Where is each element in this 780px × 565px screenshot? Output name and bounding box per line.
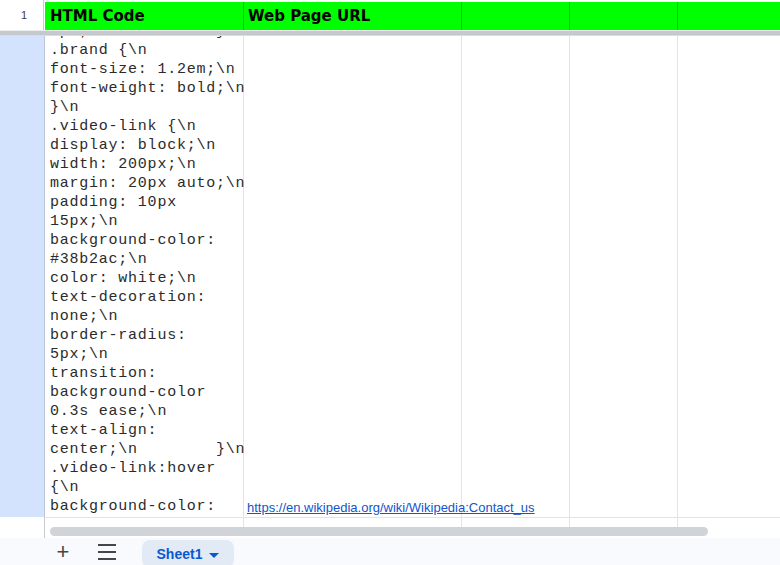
all-sheets-button[interactable]	[94, 540, 120, 564]
code-line: background-color:	[50, 497, 250, 516]
code-line: background-color	[50, 383, 250, 402]
row-header-2-selected[interactable]	[0, 36, 45, 517]
code-line: .brand {\n	[50, 41, 250, 60]
chevron-down-icon[interactable]	[209, 553, 219, 558]
code-line: font-size: 1.2em;\n	[50, 60, 250, 79]
code-line: none;\n	[50, 307, 250, 326]
wikipedia-contact-link[interactable]: https://en.wikipedia.org/wiki/Wikipedia:…	[247, 499, 535, 516]
code-line: transition:	[50, 364, 250, 383]
code-line: border-radius:	[50, 326, 250, 345]
code-line: font-weight: bold;\n	[50, 79, 250, 98]
sheet-tab-sheet1[interactable]: Sheet1	[142, 540, 234, 565]
code-text-block: 5px;\n }\n.brand {\nfont-size: 1.2em;\nf…	[50, 36, 250, 516]
row-header-1[interactable]: 1	[0, 0, 44, 30]
code-line: center;\n }\n	[50, 440, 250, 459]
add-sheet-button[interactable]: +	[50, 540, 76, 564]
header-cell-empty[interactable]	[569, 2, 677, 30]
code-line: 5px;\n	[50, 345, 250, 364]
horizontal-scrollbar[interactable]	[50, 527, 708, 536]
code-line: 15px;\n	[50, 212, 250, 231]
header-row: HTML Code Web Page URL	[45, 2, 780, 30]
header-cell-web-page-url[interactable]: Web Page URL	[243, 2, 461, 30]
plus-icon: +	[57, 541, 70, 563]
code-line: }\n	[50, 98, 250, 117]
code-line: text-align:	[50, 421, 250, 440]
code-line: {\n	[50, 478, 250, 497]
header-cell-empty[interactable]	[461, 2, 569, 30]
code-line: #38b2ac;\n	[50, 250, 250, 269]
spreadsheet-app: 1 HTML Code Web Page URL 5px;\n }\n.bran…	[0, 0, 780, 565]
code-line: width: 200px;\n	[50, 155, 250, 174]
all-sheets-menu-icon	[98, 544, 116, 560]
sheet-tab-label: Sheet1	[157, 546, 203, 562]
cell-html-code[interactable]: 5px;\n }\n.brand {\nfont-size: 1.2em;\nf…	[50, 36, 250, 517]
code-line: text-decoration:	[50, 288, 250, 307]
code-line: 0.3s ease;\n	[50, 402, 250, 421]
code-line: padding: 10px	[50, 193, 250, 212]
code-line: color: white;\n	[50, 269, 250, 288]
header-cell-html-code[interactable]: HTML Code	[45, 2, 243, 30]
code-line: .video-link {\n	[50, 117, 250, 136]
sheet-tab-bar: + Sheet1	[0, 538, 780, 565]
code-line: margin: 20px auto;\n	[50, 174, 250, 193]
row-header-3[interactable]	[0, 517, 45, 538]
code-line: .video-link:hover	[50, 459, 250, 478]
header-cell-empty[interactable]	[677, 2, 780, 30]
code-line: display: block;\n	[50, 136, 250, 155]
code-line: background-color:	[50, 231, 250, 250]
